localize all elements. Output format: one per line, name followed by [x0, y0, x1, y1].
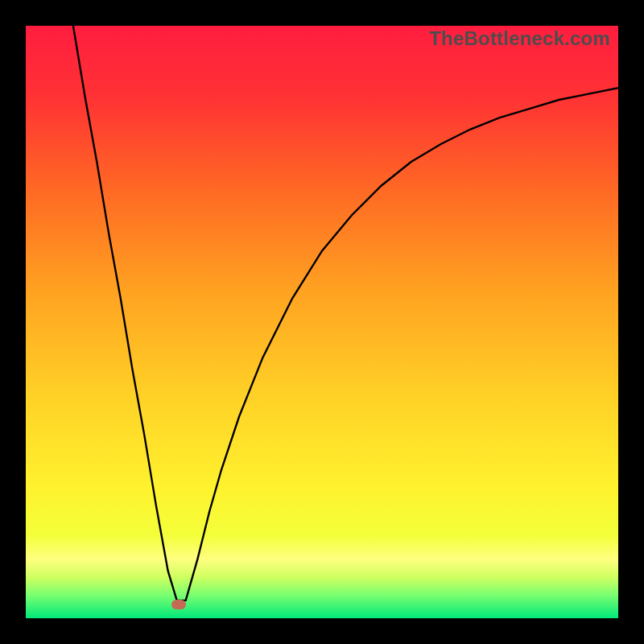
frame-border-bottom [0, 618, 644, 644]
optimal-point-marker [171, 600, 186, 609]
watermark-text: TheBottleneck.com [429, 27, 610, 50]
frame-border-left [0, 0, 26, 644]
bottleneck-curve [26, 26, 618, 618]
frame-border-top [0, 0, 644, 26]
chart-frame: TheBottleneck.com [0, 0, 644, 644]
plot-area: TheBottleneck.com [26, 26, 618, 618]
frame-border-right [618, 0, 644, 644]
